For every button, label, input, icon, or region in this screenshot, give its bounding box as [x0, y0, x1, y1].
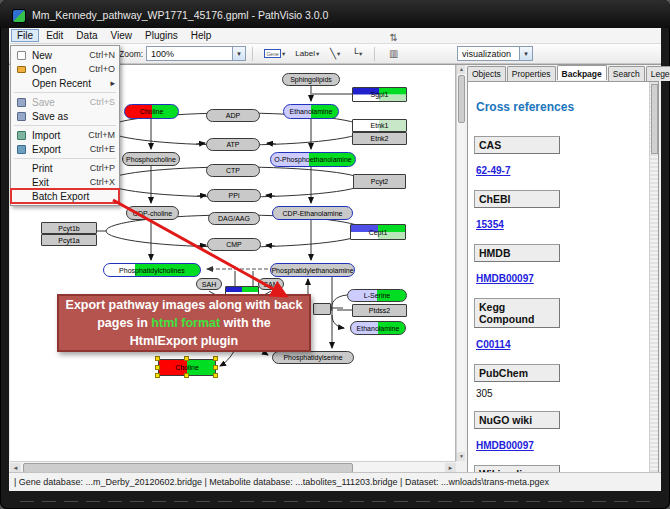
- node-etnk2[interactable]: Etnk2: [352, 132, 407, 145]
- menu-edit[interactable]: Edit: [40, 29, 69, 42]
- selection-handle[interactable]: [184, 373, 189, 378]
- node-label: Phosphatidylcholines: [119, 267, 185, 274]
- annotation-callout: Export pathway images along with back pa…: [57, 294, 311, 352]
- menu-plugins[interactable]: Plugins: [139, 29, 184, 42]
- selection-handle[interactable]: [213, 373, 218, 378]
- node-label: Etnk1: [371, 122, 389, 129]
- node-adp[interactable]: ADP: [206, 109, 260, 122]
- menu-item-save-as[interactable]: Save as: [11, 109, 119, 123]
- line-tool-button[interactable]: ╲ ▾: [326, 46, 344, 62]
- node-sah[interactable]: SAH: [196, 278, 222, 290]
- menu-separator: [14, 158, 116, 159]
- node-ppi[interactable]: PPi: [207, 189, 261, 202]
- xref-link[interactable]: HMDB00097: [476, 273, 534, 284]
- tab-objects[interactable]: Objects: [467, 66, 506, 81]
- menu-item-exit[interactable]: ExitCtrl+X: [11, 175, 119, 189]
- selection-handle[interactable]: [155, 356, 160, 361]
- node-dag-aag[interactable]: DAG/AAG: [208, 212, 260, 225]
- chevron-down-icon[interactable]: ▾: [232, 47, 245, 60]
- node-phosphatidylserine[interactable]: Phosphatidylserine: [272, 351, 354, 364]
- menu-item-save[interactable]: SaveCtrl+S: [11, 95, 119, 109]
- xref-sections: CAS62-49-7ChEBI15354HMDBHMDB00097Kegg Co…: [474, 136, 644, 473]
- align-center-icon[interactable]: ⇅: [385, 30, 402, 46]
- node-choline-top[interactable]: Choline: [124, 104, 179, 119]
- visualization-combobox[interactable]: visualization ▾: [457, 46, 533, 61]
- menu-shortcut: Ctrl+M: [88, 130, 115, 140]
- sidebar-tabs: ObjectsPropertiesBackpageSearchLegend: [467, 66, 659, 81]
- selection-handle[interactable]: [184, 356, 189, 361]
- visualization-value: visualization: [458, 49, 519, 59]
- menu-view[interactable]: View: [104, 29, 138, 42]
- zoom-combobox[interactable]: 100% ▾: [146, 46, 246, 61]
- sidebar: ObjectsPropertiesBackpageSearchLegend Cr…: [465, 65, 661, 473]
- status-bar: | Gene database: ...m_Derby_20120602.bri…: [9, 472, 661, 491]
- node-phosphatidylcholines[interactable]: Phosphatidylcholines: [103, 263, 201, 277]
- menu-help[interactable]: Help: [185, 29, 218, 42]
- menu-file[interactable]: File: [11, 29, 39, 42]
- node-o-phosphoethanolamine[interactable]: O-Phosphoethanolamine: [270, 152, 356, 167]
- tab-legend[interactable]: Legend: [646, 66, 670, 81]
- node-phosphatidylethanolamine[interactable]: Phosphatidylethanolamine: [270, 263, 355, 277]
- node-label: Pcyt1b: [58, 225, 79, 232]
- node-etnk1[interactable]: Etnk1: [352, 119, 407, 132]
- node-label: SAH: [202, 281, 216, 288]
- sidebar-scrollbar[interactable]: [649, 82, 658, 472]
- node-cmp[interactable]: CMP: [207, 238, 261, 251]
- tab-backpage[interactable]: Backpage: [557, 65, 607, 80]
- node-cdp-choline[interactable]: CDP-choline: [126, 206, 179, 220]
- menu-item-batch-export[interactable]: Batch Export: [11, 189, 119, 203]
- chevron-down-icon: ▾: [359, 50, 362, 58]
- node-pisd-partial[interactable]: [313, 303, 331, 315]
- xref-section: NuGO wikiHMDB00097: [474, 411, 644, 453]
- node-label: Sgpl1: [371, 91, 389, 98]
- node-pcyt2[interactable]: Pcyt2: [353, 174, 406, 189]
- selection-handle[interactable]: [213, 365, 218, 370]
- node-l-serine[interactable]: L-Serine: [347, 289, 407, 302]
- stack-vertical-icon[interactable]: ▥: [385, 46, 402, 62]
- menu-item-open-recent[interactable]: Open Recent▸: [11, 76, 119, 90]
- toolbar-separator: [374, 47, 375, 61]
- xref-link[interactable]: HMDB00097: [476, 440, 534, 451]
- node-pcyt1b[interactable]: Pcyt1b: [41, 222, 97, 234]
- node-ethanolamine-bottom[interactable]: Ethanolamine: [350, 321, 406, 335]
- gene-tool-button[interactable]: Gene ▾: [261, 46, 288, 62]
- connector-tool-button[interactable]: └ ▾: [348, 46, 366, 62]
- menu-item-export[interactable]: ExportCtrl+E: [11, 142, 119, 156]
- xref-section: Kegg CompoundC00114: [474, 298, 644, 352]
- node-phosphocholine[interactable]: Phosphocholine: [122, 152, 180, 166]
- selection-handle[interactable]: [155, 365, 160, 370]
- menu-data[interactable]: Data: [70, 29, 103, 42]
- xref-link[interactable]: C00114: [476, 339, 510, 350]
- node-ethanolamine-top[interactable]: Ethanolamine: [283, 104, 339, 119]
- menu-separator: [14, 125, 116, 126]
- menu-item-print[interactable]: PrintCtrl+P: [11, 161, 119, 175]
- menu-item-open[interactable]: OpenCtrl+O: [11, 62, 119, 76]
- node-pcyt1a[interactable]: Pcyt1a: [41, 234, 97, 246]
- xref-link[interactable]: 15354: [476, 219, 504, 230]
- xref-value: 305: [476, 388, 644, 399]
- title-bar[interactable]: Mm_Kennedy_pathway_WP1771_45176.gpml - P…: [0, 0, 670, 28]
- node-cept1[interactable]: Cept1: [350, 224, 406, 240]
- tab-properties[interactable]: Properties: [507, 66, 556, 81]
- menu-item-new[interactable]: NewCtrl+N: [11, 48, 119, 62]
- node-cdp-ethanolamine[interactable]: CDP-Ethanolamine: [272, 206, 353, 220]
- tab-search[interactable]: Search: [608, 66, 645, 81]
- selection-handle[interactable]: [155, 373, 160, 378]
- label-tool-button[interactable]: Label ▾: [292, 46, 322, 62]
- node-ptdss2[interactable]: Ptdss2: [352, 304, 407, 317]
- node-atp[interactable]: ATP: [206, 138, 260, 151]
- node-sam[interactable]: SAM: [258, 278, 284, 290]
- node-sgpl1[interactable]: Sgpl1: [352, 87, 407, 102]
- menu-item-import[interactable]: ImportCtrl+M: [11, 128, 119, 142]
- sidebar-scroll-thumb[interactable]: [651, 84, 658, 154]
- canvas-vertical-scrollbar[interactable]: ▲ ▼: [456, 65, 465, 461]
- xref-link[interactable]: 62-49-7: [476, 165, 510, 176]
- selection-handle[interactable]: [213, 356, 218, 361]
- vertical-scroll-thumb[interactable]: [458, 75, 465, 123]
- callout-line: pages in html format with the: [97, 314, 271, 332]
- toolbar-separator: [252, 47, 253, 61]
- chevron-down-icon[interactable]: ▾: [519, 47, 532, 60]
- node-sphingolipids[interactable]: Sphingolipids: [282, 73, 340, 86]
- menu-item-label: Open: [32, 64, 83, 75]
- node-ctp[interactable]: CTP: [206, 164, 260, 177]
